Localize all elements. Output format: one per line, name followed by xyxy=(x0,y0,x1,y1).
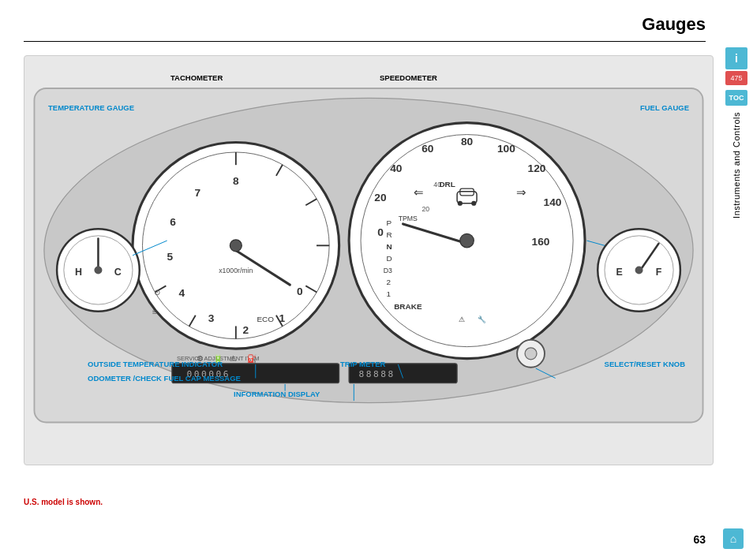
svg-text:D: D xyxy=(386,254,391,263)
page-title: Gauges xyxy=(642,14,706,35)
svg-text:BRAKE: BRAKE xyxy=(394,302,422,311)
svg-text:7: 7 xyxy=(194,187,200,199)
label-information-display: INFORMATION DISPLAY xyxy=(234,390,320,398)
svg-point-53 xyxy=(635,266,643,274)
label-speedometer: SPEEDOMETER xyxy=(380,73,437,82)
page-number: 63 xyxy=(693,533,706,546)
svg-text:P: P xyxy=(386,218,391,227)
svg-text:20: 20 xyxy=(374,192,387,203)
svg-text:DRL: DRL xyxy=(439,180,455,189)
sidebar: i 475 TOC Instruments and Controls xyxy=(720,47,753,218)
svg-point-82 xyxy=(471,201,476,206)
svg-text:140: 140 xyxy=(544,196,562,208)
label-outside-temp: OUTSIDE TEMPERATURE INDICATOR xyxy=(88,360,223,368)
svg-text:2: 2 xyxy=(242,324,249,336)
svg-text:H: H xyxy=(75,267,82,278)
svg-text:80: 80 xyxy=(461,136,474,147)
svg-text:N: N xyxy=(386,242,391,251)
svg-text:TPMS: TPMS xyxy=(399,215,418,222)
svg-text:⚠: ⚠ xyxy=(459,315,465,323)
svg-text:E: E xyxy=(616,267,623,278)
svg-text:5: 5 xyxy=(167,251,174,263)
svg-point-40 xyxy=(460,233,474,247)
svg-text:x1000r/min: x1000r/min xyxy=(219,267,253,274)
label-tachometer: TACHOMETER xyxy=(170,73,223,82)
svg-text:100: 100 xyxy=(497,143,515,155)
svg-text:88888: 88888 xyxy=(359,369,395,379)
home-icon[interactable]: ⌂ xyxy=(723,528,744,549)
svg-text:0: 0 xyxy=(297,286,303,297)
svg-text:⇐: ⇐ xyxy=(414,185,424,199)
svg-text:6: 6 xyxy=(170,216,176,228)
svg-text:≡: ≡ xyxy=(152,308,157,316)
label-select-reset: SELECT/RESET KNOB xyxy=(605,360,685,368)
chapter-label: Instruments and Controls xyxy=(732,112,741,218)
svg-text:3: 3 xyxy=(208,312,215,324)
svg-text:⊙: ⊙ xyxy=(154,288,160,297)
svg-text:160: 160 xyxy=(532,236,550,248)
label-trip-meter: TRIP METER xyxy=(340,360,385,368)
svg-text:1: 1 xyxy=(386,289,391,298)
us-model-note: U.S. model is shown. xyxy=(24,498,103,506)
svg-text:R: R xyxy=(386,230,391,239)
label-temperature-gauge: TEMPERATURE GAUGE xyxy=(48,103,134,112)
svg-text:0: 0 xyxy=(377,226,384,238)
main-content: 8 7 6 5 4 3 2 1 0 x1000r/min ECO 80 60 4… xyxy=(24,47,714,521)
svg-point-76 xyxy=(525,348,537,360)
svg-text:40: 40 xyxy=(390,162,403,174)
svg-point-25 xyxy=(230,240,242,252)
svg-point-47 xyxy=(94,266,102,274)
svg-text:🔧: 🔧 xyxy=(478,315,486,324)
svg-text:ECO: ECO xyxy=(257,315,274,323)
svg-text:⛽: ⛽ xyxy=(247,353,257,364)
info-icon[interactable]: i xyxy=(725,47,747,69)
svg-text:4: 4 xyxy=(179,287,185,299)
header-divider xyxy=(24,41,706,42)
svg-text:120: 120 xyxy=(528,162,546,174)
page-badge[interactable]: 475 xyxy=(725,71,747,85)
svg-text:⇒: ⇒ xyxy=(516,185,526,199)
svg-text:2: 2 xyxy=(386,278,391,286)
svg-text:8: 8 xyxy=(233,175,239,187)
svg-text:⚠: ⚠ xyxy=(230,354,237,363)
svg-text:C: C xyxy=(114,267,122,278)
dashboard-container: 8 7 6 5 4 3 2 1 0 x1000r/min ECO 80 60 4… xyxy=(24,55,714,465)
label-fuel-gauge: FUEL GAUGE xyxy=(640,103,689,112)
svg-text:F: F xyxy=(656,267,662,278)
svg-point-81 xyxy=(458,201,463,206)
toc-button[interactable]: TOC xyxy=(725,90,747,106)
label-odometer: ODOMETER /CHECK FUEL CAP MESSAGE xyxy=(88,374,241,383)
svg-text:20: 20 xyxy=(421,205,429,213)
svg-text:60: 60 xyxy=(421,143,434,155)
svg-text:D3: D3 xyxy=(384,267,392,274)
svg-text:1: 1 xyxy=(279,312,286,324)
dashboard-svg: 8 7 6 5 4 3 2 1 0 x1000r/min ECO 80 60 4… xyxy=(24,56,713,465)
